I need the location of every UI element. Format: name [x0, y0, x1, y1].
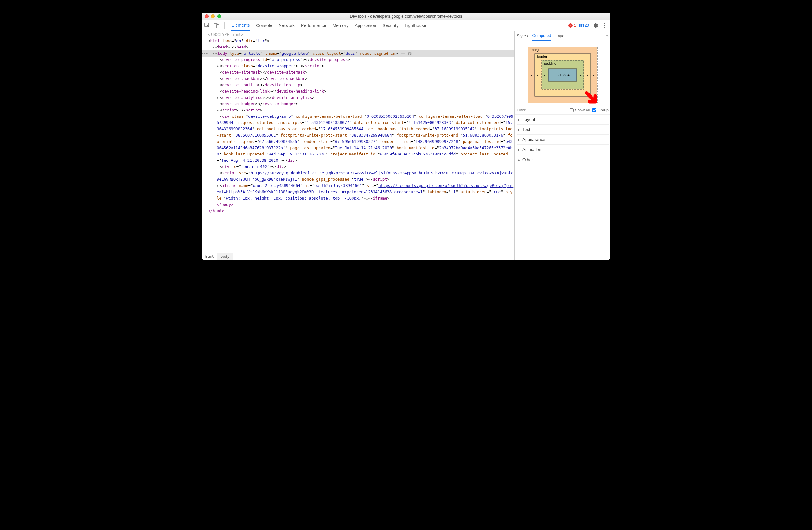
svg-text:-: - [564, 61, 565, 65]
dom-child[interactable]: <devsite-sitemask></devsite-sitemask> [202, 69, 514, 75]
iframe-line[interactable]: ▸<iframe name="oauth2relay438944664" id=… [202, 183, 514, 201]
messages-badge[interactable]: ❙❙20 [579, 23, 589, 28]
tab-memory[interactable]: Memory [332, 20, 348, 30]
settings-icon[interactable] [592, 22, 598, 29]
tab-network[interactable]: Network [279, 20, 295, 30]
main-tabs: Elements Console Network Performance Mem… [231, 20, 568, 30]
svg-text:-: - [562, 85, 563, 89]
message-icon: ❙❙ [579, 24, 584, 27]
tab-elements[interactable]: Elements [231, 20, 250, 31]
html-close[interactable]: </html> [202, 208, 514, 214]
padding-label: padding [544, 61, 556, 65]
svg-text:-: - [587, 73, 588, 77]
svg-text:-: - [562, 92, 563, 96]
dom-child[interactable]: ▸<section class="devsite-wrapper">…</sec… [202, 63, 514, 69]
svg-text:-: - [537, 73, 538, 77]
group-text[interactable]: Text [517, 125, 609, 135]
head-line[interactable]: ▸<head>…</head> [202, 44, 514, 50]
group-layout[interactable]: Layout [517, 114, 609, 125]
body-close[interactable]: </body> [202, 201, 514, 208]
svg-text:-: - [562, 54, 563, 58]
script-src[interactable]: <script src="https://survey.g.doubleclic… [202, 170, 514, 183]
content-dims: 1171 × 845 [554, 73, 571, 77]
box-model[interactable]: margin - - - - border - - - - padding - … [515, 41, 610, 106]
dom-child[interactable]: <devsite-progress id="app-progress"></de… [202, 57, 514, 63]
showall-checkbox[interactable] [569, 108, 574, 112]
contain-div[interactable]: <div id="contain-402"></div> [202, 164, 514, 170]
dom-child[interactable]: ▸<script>…</script> [202, 107, 514, 113]
group-label: Group [597, 108, 609, 112]
crumb-body[interactable]: body [217, 253, 233, 260]
separator [224, 22, 224, 29]
side-tab-layout[interactable]: Layout [555, 33, 568, 38]
devtools-window: DevTools - developers.google.com/web/too… [202, 13, 610, 260]
inspect-element-icon[interactable] [204, 22, 211, 29]
tab-performance[interactable]: Performance [301, 20, 326, 30]
sidebar: Styles Computed Layout » margin - - - - … [515, 31, 610, 260]
side-tab-styles[interactable]: Styles [517, 33, 528, 38]
svg-text:-: - [531, 73, 532, 77]
body-line-selected[interactable]: ▾<body type="article" theme="google-blue… [202, 50, 514, 57]
debug-div[interactable]: <div class="devsite-debug-info" configur… [202, 113, 514, 164]
side-tab-more-icon[interactable]: » [606, 33, 609, 38]
toolbar-left [204, 22, 229, 29]
group-checkbox[interactable] [592, 108, 596, 112]
dom-child[interactable]: <devsite-tooltip></devsite-tooltip> [202, 82, 514, 88]
margin-label: margin [531, 48, 541, 52]
group-animation[interactable]: Animation [517, 145, 609, 155]
svg-rect-2 [216, 25, 219, 28]
border-label: border [537, 54, 547, 58]
group-other[interactable]: Other [517, 155, 609, 165]
side-tab-computed[interactable]: Computed [532, 31, 551, 41]
dom-tree[interactable]: <!DOCTYPE html> <html lang="en" dir="ltr… [202, 31, 514, 253]
elements-panel: <!DOCTYPE html> <html lang="en" dir="ltr… [202, 31, 515, 260]
selection-dots-icon[interactable]: ••• [202, 50, 208, 57]
svg-text:-: - [593, 73, 594, 77]
html-open[interactable]: <html lang="en" dir="ltr"> [202, 38, 514, 44]
errors-badge[interactable]: ✕1 [568, 23, 576, 28]
svg-text:-: - [580, 73, 581, 77]
content-area: <!DOCTYPE html> <html lang="en" dir="ltr… [202, 31, 610, 260]
dom-child[interactable]: ▸<devsite-analytics>…</devsite-analytics… [202, 94, 514, 101]
computed-groups: Layout Text Appearance Animation Other [515, 114, 610, 165]
dom-child[interactable]: <devsite-heading-link></devsite-heading-… [202, 88, 514, 94]
tabbar: Elements Console Network Performance Mem… [202, 20, 610, 31]
filter-input[interactable] [517, 108, 567, 112]
dom-child[interactable]: <devsite-snackbar></devsite-snackbar> [202, 75, 514, 82]
toolbar-right: ✕1 ❙❙20 ⋮ [568, 22, 608, 29]
showall-label: Show all [575, 108, 590, 112]
window-title: DevTools - developers.google.com/web/too… [202, 14, 610, 18]
svg-text:-: - [562, 48, 563, 52]
error-icon: ✕ [568, 23, 573, 28]
tab-console[interactable]: Console [256, 20, 272, 30]
filter-bar: Show all Group [515, 106, 610, 114]
doctype-line[interactable]: <!DOCTYPE html> [202, 31, 514, 38]
sidebar-tabs: Styles Computed Layout » [515, 31, 610, 41]
more-icon[interactable]: ⋮ [601, 22, 608, 29]
crumb-html[interactable]: html [202, 253, 217, 260]
group-appearance[interactable]: Appearance [517, 135, 609, 145]
titlebar: DevTools - developers.google.com/web/too… [202, 13, 610, 20]
dom-child[interactable]: <devsite-badger></devsite-badger> [202, 101, 514, 107]
svg-text:-: - [544, 73, 545, 77]
device-toggle-icon[interactable] [214, 22, 220, 29]
breadcrumb: html body [202, 253, 514, 260]
svg-text:-: - [562, 99, 563, 102]
tab-lighthouse[interactable]: Lighthouse [405, 20, 426, 30]
tab-application[interactable]: Application [355, 20, 376, 30]
tab-security[interactable]: Security [382, 20, 398, 30]
